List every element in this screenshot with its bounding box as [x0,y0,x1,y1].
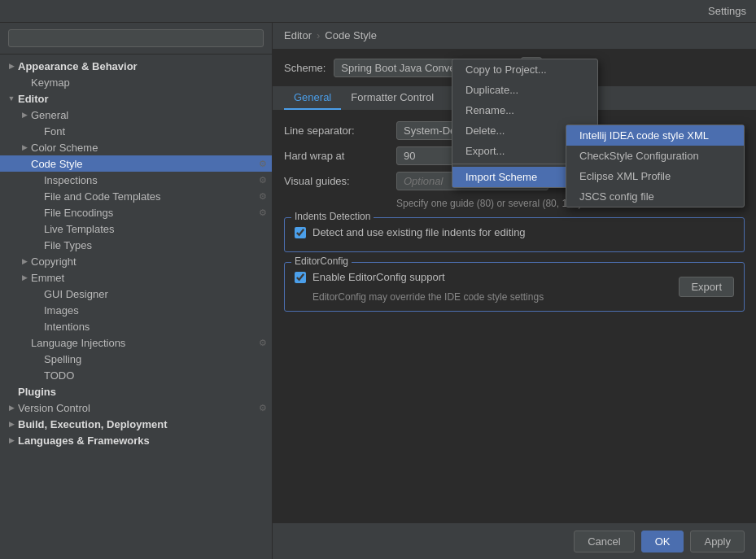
sidebar-item-copyright[interactable]: ▶ Copyright [0,253,272,269]
breadcrumb-part2: Code Style [325,29,377,41]
indents-checkbox[interactable] [295,227,306,238]
menu-item-label: Delete... [465,124,505,137]
submenu-item-checkstyle[interactable]: CheckStyle Configuration [566,146,744,166]
expand-icon: ▶ [5,59,18,72]
search-input[interactable] [8,29,264,47]
submenu-item-intellij-xml[interactable]: Intellij IDEA code style XML [566,125,744,146]
sidebar-item-inspections[interactable]: Inspections ⚙ [0,172,272,188]
expand-icon: ▶ [5,434,18,447]
sidebar-item-languages[interactable]: ▶ Languages & Frameworks [0,432,272,448]
scheme-label: Scheme: [284,62,326,74]
menu-item-label: Export... [465,145,505,157]
sidebar-item-label: Languages & Frameworks [18,435,150,447]
no-expand-icon [18,336,31,349]
no-expand-icon [31,320,44,333]
menu-item-label: Rename... [465,104,514,116]
sidebar-item-label: Intentions [44,321,90,333]
sidebar-item-plugins[interactable]: Plugins [0,383,272,400]
editorconfig-left: Enable EditorConfig support EditorConfig… [295,271,544,303]
expand-icon: ▼ [5,92,18,105]
submenu-item-eclipse-xml[interactable]: Eclipse XML Profile [566,166,744,186]
menu-item-label: Import Scheme [465,171,537,183]
indents-section-title: Indents Detection [291,211,374,222]
no-expand-icon [18,76,31,89]
no-expand-icon [31,304,44,317]
tab-formatter-control[interactable]: Formatter Control [341,86,444,110]
editorconfig-checkbox-row: Enable EditorConfig support [295,271,544,283]
sidebar-item-gui-designer[interactable]: GUI Designer [0,286,272,302]
sidebar-item-color-scheme[interactable]: ▶ Color Scheme [0,139,272,155]
content-area: Editor › Code Style Scheme: Spring Boot … [273,23,756,559]
ext-icon: ⚙ [259,338,267,348]
sidebar-item-keymap[interactable]: Keymap [0,74,272,90]
tab-general[interactable]: General [284,86,341,110]
menu-item-rename[interactable]: Rename... [452,100,597,120]
apply-button[interactable]: Apply [690,531,745,552]
sidebar-item-label: File Types [44,239,92,251]
ext-icon: ⚙ [259,207,267,218]
sidebar-item-label: Code Style [31,158,83,170]
ext-icon: ⚙ [259,159,267,169]
sidebar-item-label: File and Code Templates [44,190,161,203]
no-expand-icon [31,369,44,382]
bottom-bar: Cancel OK Apply [273,523,756,559]
sidebar-item-label: Color Scheme [31,142,98,154]
sidebar-item-emmet[interactable]: ▶ Emmet [0,269,272,286]
ext-icon: ⚙ [259,175,267,186]
breadcrumb: Editor › Code Style [273,23,756,49]
submenu-item-label: Eclipse XML Profile [579,170,671,182]
sidebar-item-label: Language Injections [31,337,125,349]
submenu-item-label: CheckStyle Configuration [579,150,699,162]
visual-guides-label: Visual guides: [284,175,390,187]
indents-detection-section: Indents Detection Detect and use existin… [284,217,745,252]
sidebar-item-label: Copyright [31,255,76,268]
no-expand-icon [31,287,44,300]
sidebar-item-build-execution[interactable]: ▶ Build, Execution, Deployment [0,416,272,432]
sidebar-item-file-encodings[interactable]: File Encodings ⚙ [0,204,272,221]
submenu-item-label: Intellij IDEA code style XML [579,129,709,142]
no-expand-icon [31,206,44,219]
cancel-button[interactable]: Cancel [574,531,634,552]
indents-checkbox-label: Detect and use existing file indents for… [312,226,526,238]
sidebar-item-general[interactable]: ▶ General [0,107,272,123]
menu-item-copy-to-project[interactable]: Copy to Project... [452,59,597,80]
sidebar-item-version-control[interactable]: ▶ Version Control ⚙ [0,400,272,416]
expand-icon: ▶ [18,271,31,284]
sidebar-item-live-templates[interactable]: Live Templates [0,221,272,237]
window-title: Settings [708,5,746,17]
sidebar-item-label: Plugins [18,386,56,398]
editorconfig-checkbox-label: Enable EditorConfig support [312,271,445,283]
sidebar-item-language-injections[interactable]: Language Injections ⚙ [0,334,272,351]
sidebar-item-images[interactable]: Images [0,302,272,318]
sidebar-item-label: Live Templates [44,223,114,235]
import-scheme-submenu: Intellij IDEA code style XML CheckStyle … [566,124,745,207]
sidebar-item-file-types[interactable]: File Types [0,237,272,253]
submenu-item-jscs[interactable]: JSCS config file [566,186,744,207]
ext-icon: ⚙ [259,403,267,413]
sidebar-item-label: Inspections [44,174,98,186]
editorconfig-checkbox[interactable] [295,272,306,283]
no-expand-icon [31,124,44,138]
breadcrumb-separator: › [317,29,320,41]
sidebar-item-font[interactable]: Font [0,123,272,139]
sidebar-item-spelling[interactable]: Spelling [0,351,272,367]
expand-icon: ▶ [5,401,18,414]
ok-button[interactable]: OK [641,531,684,552]
sidebar-item-file-code-templates[interactable]: File and Code Templates ⚙ [0,188,272,204]
expand-icon: ▶ [18,141,31,154]
export-button[interactable]: Export [679,277,734,297]
sidebar-item-label: Images [44,304,79,317]
sidebar-item-code-style[interactable]: Code Style ⚙ [0,155,272,172]
sidebar-item-intentions[interactable]: Intentions [0,318,272,334]
sidebar-item-appearance[interactable]: ▶ Appearance & Behavior [0,58,272,74]
sidebar-item-label: Appearance & Behavior [18,60,138,72]
expand-icon: ▶ [5,417,18,430]
sidebar-item-label: Version Control [18,402,90,414]
menu-item-duplicate[interactable]: Duplicate... [452,80,597,100]
sidebar-item-todo[interactable]: TODO [0,367,272,383]
hard-wrap-label: Hard wrap at [284,150,390,162]
sidebar-item-editor[interactable]: ▼ Editor [0,90,272,107]
sidebar-item-label: Emmet [31,272,64,284]
sidebar-item-label: Font [44,125,65,138]
sidebar-item-label: TODO [44,369,74,382]
